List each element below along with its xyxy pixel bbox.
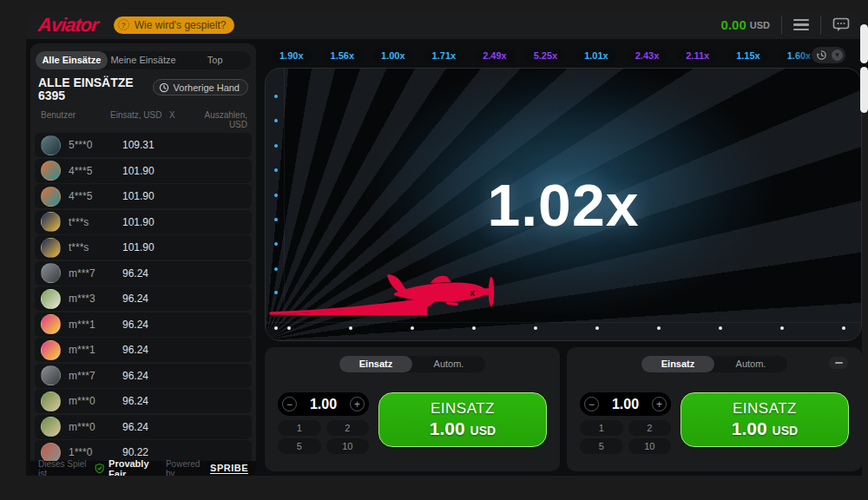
avatar bbox=[41, 289, 61, 309]
table-row: m***796.24 bbox=[35, 364, 252, 388]
column-multiplier: X bbox=[169, 110, 192, 129]
quick-amount-button[interactable]: 10 bbox=[628, 438, 672, 454]
table-row: m***396.24 bbox=[35, 286, 252, 311]
minus-icon bbox=[835, 362, 843, 364]
decrease-bet-button[interactable]: − bbox=[282, 397, 297, 411]
tab-einsatz[interactable]: Einsatz bbox=[641, 356, 714, 372]
quick-amounts: 1 2 5 10 bbox=[278, 420, 369, 454]
tab-einsatz[interactable]: Einsatz bbox=[339, 356, 412, 372]
avatar bbox=[41, 238, 61, 258]
increase-bet-button[interactable]: + bbox=[350, 397, 365, 411]
table-row: m***096.24 bbox=[35, 415, 252, 439]
sidebar-title: ALLE EINSÄTZE bbox=[38, 76, 134, 89]
how-to-play-button[interactable]: ? Wie wird's gespielt? bbox=[114, 16, 235, 34]
table-row: 5***0109.31 bbox=[35, 133, 252, 157]
bet-panel-2: Einsatz Autom. − 1.00 + 1 2 5 10 EINSATZ bbox=[567, 347, 862, 471]
table-row: t***s101.90 bbox=[35, 235, 252, 260]
bet-amount: 101.90 bbox=[122, 165, 183, 177]
bet-amount: 101.90 bbox=[122, 216, 183, 228]
place-bet-button[interactable]: EINSATZ 1.00 USD bbox=[378, 392, 547, 447]
table-row: 4***5101.90 bbox=[35, 184, 252, 208]
tab-autom[interactable]: Autom. bbox=[412, 356, 485, 372]
bet-panel-1: Einsatz Autom. − 1.00 + 1 2 5 10 EINSATZ bbox=[265, 347, 560, 471]
provably-fair-check-icon bbox=[95, 463, 104, 474]
page-scrollbar[interactable] bbox=[860, 67, 868, 113]
bet-amount: 109.31 bbox=[122, 139, 183, 151]
how-to-play-label: Wie wird's gespielt? bbox=[135, 19, 227, 31]
multiplier-pill[interactable]: 2.11x bbox=[678, 49, 717, 63]
quick-amount-button[interactable]: 2 bbox=[326, 420, 370, 436]
sidebar-tab-0[interactable]: Alle Einsätze bbox=[36, 51, 108, 69]
bet-amount: 96.24 bbox=[122, 370, 183, 382]
remove-panel-button[interactable] bbox=[829, 357, 848, 369]
bet-amount: 90.22 bbox=[122, 446, 183, 458]
avatar bbox=[41, 161, 61, 181]
chevron-down-icon: ▼ bbox=[832, 49, 843, 61]
bet-amount: 96.24 bbox=[122, 293, 183, 305]
bets-list[interactable]: 5***0109.314***5101.904***5101.90t***s10… bbox=[30, 133, 256, 476]
avatar bbox=[41, 314, 61, 334]
bet-amount: 96.24 bbox=[122, 421, 183, 433]
column-bet: Einsatz, USD bbox=[110, 110, 169, 129]
bet-user: 4***5 bbox=[69, 165, 122, 177]
menu-icon[interactable] bbox=[793, 19, 809, 31]
multiplier-pill[interactable]: 1.90x bbox=[272, 49, 312, 63]
quick-amount-button[interactable]: 2 bbox=[628, 420, 672, 436]
sidebar-tab-2[interactable]: Top bbox=[179, 51, 251, 69]
avatar bbox=[41, 135, 61, 155]
quick-amount-button[interactable]: 5 bbox=[580, 438, 623, 454]
bet-user: m***3 bbox=[69, 293, 122, 305]
quick-amount-button[interactable]: 1 bbox=[580, 420, 623, 436]
bet-button-currency: USD bbox=[773, 424, 799, 438]
bet-button-currency: USD bbox=[470, 424, 496, 438]
quick-amount-button[interactable]: 10 bbox=[326, 438, 370, 454]
chat-icon[interactable] bbox=[832, 17, 850, 32]
multiplier-pill[interactable]: 1.00x bbox=[373, 49, 413, 63]
provably-fair-footer: Dieses Spiel ist Provably Fair Powered b… bbox=[30, 461, 256, 476]
multiplier-pill[interactable]: 1.01x bbox=[576, 49, 616, 63]
decrease-bet-button[interactable]: − bbox=[584, 397, 599, 411]
bet-user: 4***5 bbox=[69, 190, 122, 202]
sidebar-tab-1[interactable]: Meine Einsätze bbox=[108, 51, 180, 69]
previous-hand-button[interactable]: Vorherige Hand bbox=[153, 79, 248, 95]
tab-autom[interactable]: Autom. bbox=[714, 356, 787, 372]
multiplier-pill[interactable]: 5.25x bbox=[526, 49, 566, 63]
page-scrollbar[interactable] bbox=[860, 24, 868, 63]
multiplier-pill[interactable]: 1.56x bbox=[323, 49, 363, 63]
bet-amount: 96.24 bbox=[122, 395, 183, 407]
quick-amount-button[interactable]: 1 bbox=[278, 420, 321, 436]
bet-amount-value[interactable]: 1.00 bbox=[612, 397, 639, 412]
quick-amount-button[interactable]: 5 bbox=[278, 438, 321, 454]
previous-hand-label: Vorherige Hand bbox=[174, 82, 240, 93]
multiplier-pill[interactable]: 2.49x bbox=[475, 49, 515, 63]
bet-panel-1-tabs: Einsatz Autom. bbox=[339, 356, 485, 372]
multiplier-pill[interactable]: 2.43x bbox=[628, 49, 667, 63]
svg-text:x: x bbox=[470, 287, 476, 298]
multiplier-pill[interactable]: 1.71x bbox=[424, 49, 464, 63]
multiplier-pill[interactable]: 1.15x bbox=[728, 49, 768, 63]
bet-button-label: EINSATZ bbox=[733, 400, 797, 418]
avatar bbox=[41, 365, 61, 385]
bet-amount: 101.90 bbox=[122, 241, 183, 253]
spribe-logo[interactable]: SPRIBE bbox=[210, 463, 248, 474]
aviator-logo: Aviator bbox=[37, 14, 100, 36]
balance-amount: 0.00 bbox=[721, 17, 746, 32]
provably-fair-label[interactable]: Provably Fair bbox=[108, 458, 161, 477]
bet-user: m***1 bbox=[69, 344, 122, 356]
avatar bbox=[41, 391, 61, 411]
bet-amount-value[interactable]: 1.00 bbox=[310, 397, 337, 412]
history-dropdown-button[interactable]: ▼ bbox=[812, 47, 845, 63]
increase-bet-button[interactable]: + bbox=[652, 397, 667, 411]
powered-by-label: Powered by bbox=[166, 459, 206, 477]
history-icon bbox=[159, 82, 169, 93]
place-bet-button[interactable]: EINSATZ 1.00 USD bbox=[681, 392, 849, 447]
bet-amount-stepper: − 1.00 + bbox=[580, 392, 671, 416]
bets-sidebar: Alle EinsätzeMeine EinsätzeTop ALLE EINS… bbox=[30, 43, 256, 476]
multiplier-history: 1.90x1.56x1.00x1.71x2.49x5.25x1.01x2.43x… bbox=[265, 45, 862, 66]
plane-icon: x bbox=[385, 268, 502, 317]
bet-user: t***s bbox=[69, 241, 122, 253]
bet-amount: 96.24 bbox=[122, 267, 183, 280]
avatar bbox=[41, 417, 61, 437]
bets-count: 6395 bbox=[38, 89, 134, 102]
bet-button-amount: 1.00 bbox=[430, 418, 465, 438]
